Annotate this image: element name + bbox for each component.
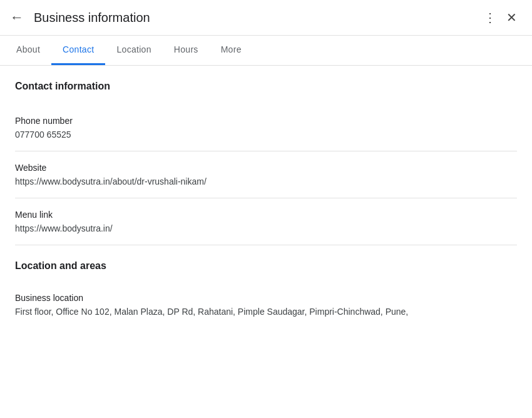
top-bar: ← Business information ⋮ ✕	[0, 0, 532, 36]
close-button[interactable]: ✕	[501, 6, 522, 29]
tab-more[interactable]: More	[210, 36, 253, 65]
phone-label: Phone number	[15, 116, 517, 126]
business-location-block: Business location First floor, Office No…	[15, 282, 517, 317]
contact-information-section: Contact information Phone number 077700 …	[15, 81, 517, 245]
contact-section-title: Contact information	[15, 81, 517, 92]
page-title: Business information	[34, 11, 479, 25]
more-options-button[interactable]: ⋮	[479, 6, 501, 29]
menu-link-label: Menu link	[15, 210, 517, 220]
location-section: Location and areas Business location Fir…	[15, 260, 517, 317]
tab-location[interactable]: Location	[105, 36, 162, 65]
menu-link-value: https://www.bodysutra.in/	[15, 223, 517, 233]
phone-number-block: Phone number 077700 65525	[15, 104, 517, 151]
website-label: Website	[15, 163, 517, 173]
phone-value: 077700 65525	[15, 130, 517, 140]
back-button[interactable]: ←	[10, 9, 24, 26]
tab-contact[interactable]: Contact	[51, 36, 105, 65]
tab-bar: About Contact Location Hours More	[0, 36, 532, 66]
menu-link-block: Menu link https://www.bodysutra.in/	[15, 198, 517, 245]
business-location-value: First floor, Office No 102, Malan Plaza,…	[15, 307, 517, 317]
tab-about[interactable]: About	[5, 36, 51, 65]
website-value: https://www.bodysutra.in/about/dr-vrusha…	[15, 176, 517, 186]
content-area: Contact information Phone number 077700 …	[0, 66, 532, 344]
business-location-label: Business location	[15, 293, 517, 303]
website-block: Website https://www.bodysutra.in/about/d…	[15, 151, 517, 198]
tab-hours[interactable]: Hours	[163, 36, 210, 65]
location-section-title: Location and areas	[15, 260, 517, 272]
